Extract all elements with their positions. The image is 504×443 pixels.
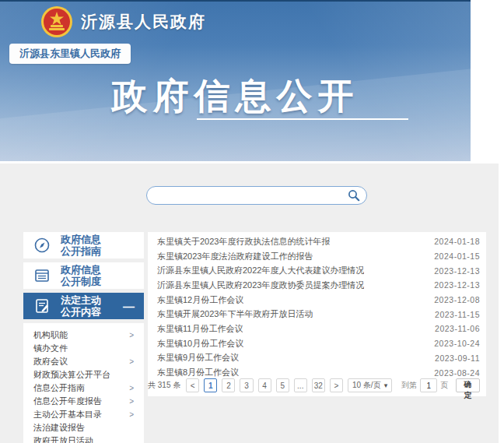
sidebar-item-disclosure-system[interactable]: 政府信息 公开制度 (23, 262, 144, 289)
sidebar-submenu: 机构职能 > 镇办文件 政府会议 > 财政预决算公开平台 信息公开指南 (23, 323, 144, 443)
sidebar-item-statutory-disclosure[interactable]: 法定主动 公开内容 — (23, 293, 144, 319)
page-button-32[interactable]: 32 (312, 378, 325, 392)
document-link[interactable]: 东里镇11月份工作会议 (157, 323, 243, 335)
list-item: 东里镇开展2023年下半年政府开放日活动 2023-11-15 (157, 307, 480, 322)
page: 沂源县人民政府 沂源县东里镇人民政府 政府信息公开 (0, 0, 504, 443)
chevron-right-icon: > (129, 331, 134, 339)
chevron-right-icon: > (129, 397, 134, 406)
header-top-line (0, 0, 471, 2)
document-rows: 东里镇关于2023年度行政执法信息的统计年报 2024-01-18 东里镇202… (148, 232, 486, 380)
list-item: 东里镇10月份工作会议 2023-10-24 (157, 336, 480, 351)
document-link[interactable]: 沂源县东里镇人民政府2023年度政协委员提案办理情况 (157, 280, 364, 291)
subitem-label: 信息公开指南 (33, 382, 85, 394)
document-date: 2023-10-24 (434, 339, 480, 348)
document-date: 2023-11-15 (435, 310, 480, 319)
pagination: 共 315 条 < 1 2 3 4 5 ... 32 > 10 条/页 ▾ 到第… (148, 378, 486, 393)
sidebar-subitem-budget-platform[interactable]: 财政预决算公开平台 (23, 368, 144, 381)
page-size-select[interactable]: 10 条/页 ▾ (348, 378, 392, 392)
document-date: 2024-01-18 (434, 237, 480, 246)
sidebar-item-label: 政府信息 公开指南 (61, 234, 101, 257)
list-item: 东里镇2023年度法治政府建设工作的报告 2024-01-15 (157, 249, 480, 264)
page-button-3[interactable]: 3 (240, 378, 253, 392)
collapse-icon[interactable]: — (123, 300, 135, 313)
subitem-label: 政府开放日活动 (33, 435, 93, 443)
document-date: 2023-12-13 (434, 266, 480, 276)
document-link[interactable]: 东里镇12月份工作会议 (157, 294, 243, 306)
sidebar-subitem-info-guide[interactable]: 信息公开指南 > (23, 381, 144, 395)
page-button-1[interactable]: 1 (204, 378, 217, 392)
sidebar-subitem-org-functions[interactable]: 机构职能 > (23, 329, 144, 342)
list-item: 东里镇11月份工作会议 2023-11-06 (157, 322, 480, 336)
sidebar-item-disclosure-guide[interactable]: 政府信息 公开指南 (23, 232, 144, 258)
document-link[interactable]: 东里镇10月份工作会议 (157, 338, 243, 350)
document-link[interactable]: 东里镇9月份工作会议 (157, 352, 239, 364)
document-date: 2023-09-11 (435, 353, 480, 363)
list-item: 东里镇12月份工作会议 2023-12-08 (157, 293, 480, 308)
prev-page-button[interactable]: < (186, 378, 199, 392)
document-date: 2023-11-06 (435, 324, 480, 333)
page-button-4[interactable]: 4 (258, 378, 271, 392)
chevron-right-icon: > (129, 410, 134, 419)
document-list-panel: 东里镇关于2023年度行政执法信息的统计年报 2024-01-18 东里镇202… (148, 232, 486, 396)
document-link[interactable]: 沂源县东里镇人民政府2022年度人大代表建议办理情况 (157, 265, 364, 276)
list-item: 沂源县东里镇人民政府2022年度人大代表建议办理情况 2023-12-13 (157, 263, 480, 278)
sidebar-subitem-annual-report[interactable]: 信息公开年度报告 > (23, 395, 144, 408)
document-link[interactable]: 东里镇关于2023年度行政执法信息的统计年报 (157, 236, 330, 248)
subitem-label: 财政预决算公开平台 (33, 369, 110, 381)
subitem-label: 法治建设报告 (33, 422, 85, 434)
search-box (146, 186, 367, 205)
search-input[interactable] (147, 188, 348, 203)
document-link[interactable]: 东里镇8月份工作会议 (157, 367, 239, 378)
subitem-label: 镇办文件 (33, 343, 68, 354)
national-emblem-icon (40, 5, 73, 38)
town-site-link[interactable]: 沂源县东里镇人民政府 (9, 44, 131, 64)
confirm-button[interactable]: 确定 (456, 378, 480, 392)
site-title: 沂源县人民政府 (81, 11, 206, 33)
page-size-value: 10 条/页 (352, 380, 381, 391)
sidebar-subitem-town-documents[interactable]: 镇办文件 (23, 342, 144, 355)
page-button-5[interactable]: 5 (276, 378, 289, 392)
search-icon[interactable] (348, 189, 360, 202)
total-count: 共 315 条 (148, 380, 180, 391)
list-item: 东里镇关于2023年度行政执法信息的统计年报 2024-01-18 (157, 234, 480, 249)
goto-page-input[interactable] (420, 378, 437, 392)
sidebar-item-label: 法定主动 公开内容 (61, 294, 101, 318)
sidebar-subitem-basic-directory[interactable]: 主动公开基本目录 > (23, 408, 144, 421)
chevron-down-icon: ▾ (384, 381, 388, 389)
chevron-right-icon: > (129, 357, 134, 366)
sidebar: 政府信息 公开指南 政府信息 公开制度 (23, 232, 144, 443)
page-button-2[interactable]: 2 (222, 378, 235, 392)
page-header: 沂源县人民政府 沂源县东里镇人民政府 政府信息公开 (0, 0, 471, 161)
document-date: 2023-12-13 (434, 280, 480, 290)
form-icon (33, 266, 51, 285)
page-ellipsis-button[interactable]: ... (294, 378, 307, 392)
subitem-label: 政府会议 (33, 356, 68, 367)
content-area: 政府信息 公开指南 政府信息 公开制度 (0, 163, 499, 443)
subitem-label: 主动公开基本目录 (33, 409, 102, 420)
subitem-label: 信息公开年度报告 (33, 396, 102, 407)
document-date: 2023-08-24 (434, 368, 480, 378)
compass-icon (33, 236, 51, 255)
list-item: 沂源县东里镇人民政府2023年度政协委员提案办理情况 2023-12-13 (157, 278, 480, 293)
goto-label: 到第 (401, 380, 417, 391)
next-page-button[interactable]: > (330, 378, 343, 392)
list-item: 东里镇9月份工作会议 2023-09-11 (157, 351, 480, 366)
document-link[interactable]: 东里镇2023年度法治政府建设工作的报告 (157, 251, 313, 262)
sidebar-subitem-rule-of-law-report[interactable]: 法治建设报告 (23, 421, 144, 434)
sidebar-subitem-gov-meetings[interactable]: 政府会议 > (23, 355, 144, 368)
clipboard-pen-icon (33, 297, 51, 315)
site-logo-row: 沂源县人民政府 (40, 5, 206, 38)
sidebar-subitem-open-day[interactable]: 政府开放日活动 (23, 434, 144, 443)
document-link[interactable]: 东里镇开展2023年下半年政府开放日活动 (157, 308, 313, 320)
chevron-right-icon: > (129, 384, 134, 392)
page-unit-label: 页 (440, 380, 448, 391)
sidebar-item-label: 政府信息 公开制度 (61, 264, 101, 287)
document-date: 2023-12-08 (434, 295, 480, 304)
document-date: 2024-01-15 (434, 251, 480, 261)
subitem-label: 机构职能 (33, 329, 68, 341)
page-title: 政府信息公开 (0, 72, 471, 121)
title-underline-decoration (197, 118, 408, 120)
